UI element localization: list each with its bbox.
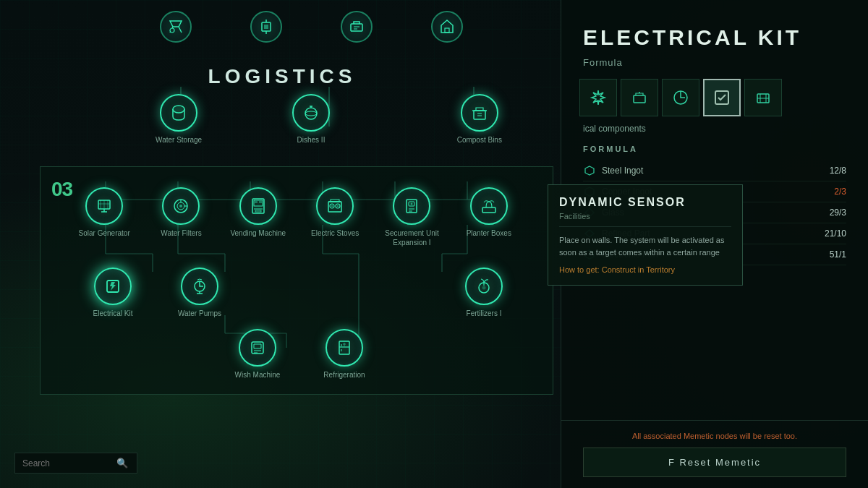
solar-generator-icon [85,187,123,225]
svg-rect-88 [634,95,645,103]
solar-generator-label: Solar Generator [79,228,130,238]
water-storage-icon [160,94,197,132]
reset-warning: All associated Memetic nodes will be res… [583,432,846,440]
nav-icon-2[interactable] [250,11,282,43]
svg-point-80 [482,286,486,290]
nav-icon-circle-3 [341,11,373,43]
node-fertilizers[interactable]: Fertilizers I [451,267,516,318]
node-electric-stoves[interactable]: Electric Stoves [302,187,367,238]
node-solar-generator[interactable]: Solar Generator [72,187,137,238]
tooltip-popup: DYNAMIC SENSOR Facilities Place on walls… [548,184,743,286]
node-dishes[interactable]: Dishes II [278,94,344,145]
components-desc: ical components [561,124,868,145]
tier-row-3: Wish Machine Refrigeration [51,329,542,380]
svg-point-13 [173,106,184,113]
wish-machine-icon [239,329,276,367]
nav-icon-4[interactable] [431,11,463,43]
panel-title: ELECTRICAL KIT [561,0,868,57]
reset-button[interactable]: F Reset Memetic [583,448,846,477]
reset-section: All associated Memetic nodes will be res… [561,420,868,488]
electric-stoves-icon [316,187,354,225]
svg-point-72 [411,203,413,205]
svg-point-0 [170,28,174,33]
tooltip-how-to-get: How to get: Construct in Territory [559,265,731,274]
refrigeration-icon [326,329,363,367]
formula-icon-3[interactable] [703,79,741,116]
nav-icon-circle-4 [431,11,463,43]
node-water-pumps[interactable]: Water Pumps [167,267,232,318]
formula-header: FORMULA [583,145,846,153]
svg-marker-96 [585,166,594,175]
node-water-storage[interactable]: Water Storage [146,94,211,145]
steel-ingot-name: Steel Ingot [602,166,643,176]
wish-machine-label: Wish Machine [235,370,281,380]
electronic-part-count: 51/1 [830,249,846,260]
svg-rect-57 [255,201,258,203]
compost-icon [461,94,498,132]
formula-icon-0[interactable] [579,79,617,116]
node-planter-boxes[interactable]: Planter Boxes [456,187,522,238]
formula-item-left-0: Steel Ingot [583,164,643,177]
node-electrical-kit[interactable]: Electrical Kit [80,267,145,318]
node-compost[interactable]: Compost Bins [447,94,512,145]
copper-ingot-count: 2/3 [834,187,846,197]
fertilizers-label: Fertilizers I [467,309,502,318]
tooltip-category: Facilities [559,212,731,227]
svg-rect-5 [351,24,362,31]
svg-point-14 [305,108,317,119]
nav-icon-1[interactable] [160,11,192,43]
formula-icon-4[interactable] [744,79,782,116]
node-refrigeration[interactable]: Refrigeration [312,329,377,380]
formula-icon-1[interactable] [621,79,658,116]
nav-icon-circle-2 [250,11,282,43]
svg-rect-58 [259,201,262,203]
tier-row-1: Solar Generator Water Filters Vending Ma… [51,187,542,247]
search-bar: 🔍 [14,453,137,474]
vending-machine-label: Vending Machine [230,228,286,238]
svg-rect-8 [445,28,449,33]
main-content: LOGISTICS [0,0,868,488]
top-nav-icons [130,11,492,43]
electrical-kit-label: Electrical Kit [93,309,132,318]
tech-tree: LOGISTICS [0,0,561,488]
svg-rect-81 [252,342,263,354]
water-storage-label: Water Storage [156,135,202,145]
svg-rect-2 [264,25,268,29]
fertilizers-icon [465,267,503,305]
svg-point-64 [331,205,333,207]
search-icon: 🔍 [116,458,128,468]
nav-icon-circle-1 [160,11,192,43]
svg-rect-67 [331,200,339,202]
steel-ingot-icon [583,164,596,177]
formula-icon-2[interactable] [662,79,699,116]
tooltip-description: Place on walls. The system will be activ… [559,234,731,258]
node-securement-unit[interactable]: Securement UnitExpansion I [379,187,444,247]
water-pumps-label: Water Pumps [178,309,221,318]
formula-icons-row [561,79,868,116]
node-wish-machine[interactable]: Wish Machine [225,329,290,380]
node-water-filters[interactable]: Water Filters [148,187,213,238]
svg-point-15 [305,111,317,116]
dishes-icon [292,94,330,132]
node-vending-machine[interactable]: Vending Machine [226,187,291,238]
nav-icon-3[interactable] [341,11,373,43]
electric-stoves-label: Electric Stoves [311,228,359,238]
logistics-title: LOGISTICS [36,65,528,88]
dishes-label: Dishes II [297,135,326,145]
water-filters-icon [162,187,200,225]
refined-part-count: 21/10 [825,228,846,239]
svg-rect-73 [482,207,495,213]
svg-point-65 [337,205,339,207]
planter-boxes-label: Planter Boxes [467,228,511,238]
glass-count: 29/3 [830,207,846,218]
planter-boxes-icon [470,187,508,225]
water-pumps-icon [181,267,218,305]
vending-machine-icon [239,187,277,225]
search-input[interactable] [22,458,116,468]
formula-row-0: Steel Ingot 12/8 [583,160,846,181]
panel-subtitle: Formula [561,57,868,79]
water-filters-label: Water Filters [161,228,201,238]
steel-ingot-count: 12/8 [830,166,846,176]
svg-point-52 [179,205,182,207]
svg-rect-18 [474,111,485,119]
